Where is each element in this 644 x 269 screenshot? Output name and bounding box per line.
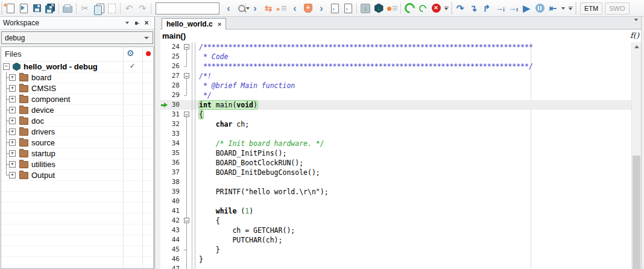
code-line-42[interactable]: 42 { [160, 216, 632, 226]
code-line-31[interactable]: 31{ [160, 110, 632, 119]
fold-toggle[interactable] [182, 71, 192, 81]
next-bookmark-button[interactable]: › [315, 2, 328, 15]
code-line-40[interactable]: 40 [160, 197, 632, 206]
tab-hello-world-c[interactable]: hello_world.c × [162, 18, 226, 30]
print-button[interactable] [61, 2, 74, 15]
expand-box[interactable]: + [9, 85, 16, 92]
find-combobox[interactable] [156, 2, 219, 14]
save-button[interactable] [30, 2, 43, 15]
navigate-swap-button[interactable]: ⇆ [262, 2, 275, 15]
compile-button[interactable] [403, 2, 416, 15]
paste-button[interactable] [105, 2, 118, 15]
code-line-47[interactable]: 47 [160, 264, 632, 269]
expand-box[interactable]: + [9, 118, 16, 124]
code-line-29[interactable]: 29 */ [160, 90, 632, 100]
code-line-46[interactable]: 46} [160, 255, 632, 264]
run-to-cursor-button[interactable]: →I [507, 2, 520, 15]
reset-button[interactable]: ↷ [453, 2, 467, 15]
next-statement-button[interactable]: →i [493, 2, 507, 15]
step-into-button[interactable]: ↴ [467, 2, 480, 15]
panel-close-button[interactable]: × [142, 19, 151, 27]
code-line-37[interactable]: 37 BOARD_InitDebugConsole(); [160, 168, 632, 177]
download-button[interactable]: ↓ [359, 2, 372, 15]
tree-item-component[interactable]: +component [1, 94, 153, 105]
find-previous-button[interactable]: ‹ [222, 2, 235, 15]
tree-item-cmsis[interactable]: +CMSIS [1, 83, 153, 94]
tree-item-board[interactable]: +board [1, 72, 153, 83]
stop-debug-dropdown[interactable] [560, 2, 567, 15]
toolbar-overflow-button[interactable] [443, 7, 450, 10]
code-line-35[interactable]: 35 BOARD_InitPins(); [160, 148, 632, 158]
code-line-33[interactable]: 33 [160, 129, 632, 139]
code-line-41[interactable]: 41 while (1) [160, 206, 632, 216]
open-file-button[interactable] [17, 2, 30, 15]
code-area[interactable]: 24/*************************************… [160, 42, 632, 269]
recompile-button[interactable] [416, 2, 429, 15]
code-line-43[interactable]: 43 ch = GETCHAR(); [160, 226, 632, 235]
gear-icon[interactable]: ⚙ [127, 48, 134, 58]
step-out-button[interactable]: ↱ [480, 2, 493, 15]
expand-box[interactable]: + [9, 96, 16, 103]
tab-list-button[interactable] [634, 21, 638, 30]
code-line-39[interactable]: 39 PRINTF("hello world.\r\n"); [160, 187, 632, 197]
save-all-button[interactable] [43, 2, 57, 15]
tree-item-doc[interactable]: +doc [1, 116, 153, 127]
expand-box[interactable]: + [9, 128, 16, 135]
cut-button[interactable]: ✂ [78, 2, 92, 15]
code-line-32[interactable]: 32 char ch; [160, 119, 632, 129]
previous-document-button[interactable]: ‹ [328, 2, 341, 15]
tree-item-utilities[interactable]: +utilities [1, 159, 153, 170]
tree-item-drivers[interactable]: +drivers [1, 127, 153, 138]
stop-build-button[interactable]: ✕ [429, 2, 443, 15]
find-next-button[interactable]: › [248, 2, 262, 15]
expand-box[interactable]: + [9, 107, 16, 113]
breakpoints-button[interactable] [385, 2, 399, 15]
toolbar-overflow-button[interactable] [567, 7, 574, 10]
download-and-debug-button[interactable]: ↓ [372, 2, 385, 15]
panel-menu-button[interactable] [122, 19, 132, 27]
scroll-up-button[interactable] [632, 42, 641, 51]
tree-item-startup[interactable]: +startup [1, 148, 153, 159]
tab-close-icon[interactable]: × [218, 21, 221, 28]
expand-box[interactable]: + [9, 161, 16, 168]
code-line-27[interactable]: 27/*! [160, 71, 632, 81]
expand-box[interactable]: + [9, 139, 16, 146]
next-document-button[interactable]: › [341, 2, 355, 15]
code-line-30[interactable]: 30int main(void) [160, 100, 632, 110]
code-line-44[interactable]: 44 PUTCHAR(ch); [160, 235, 632, 245]
code-line-24[interactable]: 24/*************************************… [160, 42, 632, 52]
scrollbar-thumb[interactable] [633, 156, 640, 269]
collapse-box[interactable]: − [3, 63, 10, 70]
function-selector-button[interactable]: f() [630, 31, 639, 40]
fold-toggle[interactable] [182, 216, 192, 226]
go-button[interactable]: ▶ [520, 2, 533, 15]
undo-button[interactable]: ↶ [122, 2, 136, 15]
find-button[interactable] [235, 2, 248, 15]
fold-toggle[interactable] [182, 42, 192, 52]
code-line-45[interactable]: 45 } [160, 245, 632, 255]
previous-bookmark-button[interactable]: ‹ [288, 2, 301, 15]
tree-item-output[interactable]: +Output [1, 170, 153, 181]
code-line-36[interactable]: 36 BOARD_BootClockRUN(); [160, 158, 632, 168]
code-line-38[interactable]: 38 [160, 177, 632, 187]
code-line-25[interactable]: 25 * Code [160, 52, 632, 62]
copy-button[interactable] [92, 2, 105, 15]
swo-button[interactable]: SWO [605, 2, 629, 14]
expand-box[interactable]: + [9, 150, 16, 157]
code-line-28[interactable]: 28 * @brief Main function [160, 81, 632, 90]
redo-button[interactable]: ↷ [136, 2, 149, 15]
code-line-34[interactable]: 34 /* Init board hardware. */ [160, 139, 632, 148]
tree-item-device[interactable]: +device [1, 105, 153, 116]
expand-box[interactable]: + [9, 172, 16, 179]
tree-item-source[interactable]: +source [1, 138, 153, 148]
etm-button[interactable]: ETM [580, 2, 602, 14]
panel-pin-button[interactable] [132, 19, 142, 27]
break-button[interactable] [533, 2, 546, 15]
code-line-26[interactable]: 26 *************************************… [160, 62, 632, 71]
tree-item-project[interactable]: − hello_world - debug ✓ [1, 62, 153, 72]
config-selector[interactable]: debug [1, 31, 153, 44]
bookmark-list-button[interactable]: ▸ [275, 2, 288, 15]
fold-toggle[interactable] [182, 110, 192, 119]
toggle-bookmark-button[interactable]: + [301, 2, 315, 15]
new-file-button[interactable]: + [4, 2, 17, 15]
